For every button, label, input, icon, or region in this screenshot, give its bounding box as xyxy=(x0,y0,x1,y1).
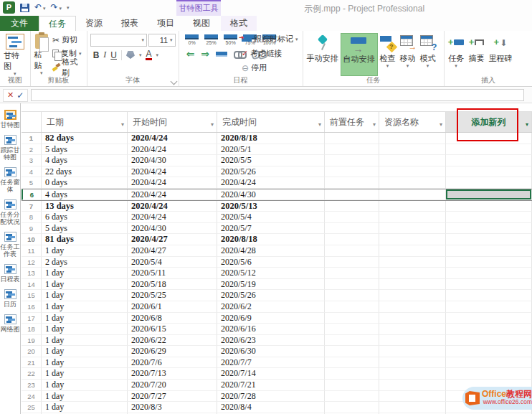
sidebar-item-4[interactable]: 任务分配状况 xyxy=(0,199,20,225)
predecessors-cell[interactable] xyxy=(325,234,379,245)
add-new-column-cell[interactable] xyxy=(446,223,532,235)
column-header-finish[interactable]: 完成时间 ▾ xyxy=(217,112,325,132)
finish-date-cell[interactable]: 2020/7/7 xyxy=(217,357,325,369)
duration-cell[interactable]: 2 days xyxy=(42,257,128,268)
insert-milestone-button[interactable]: +⬇ 里程碑 xyxy=(486,33,514,76)
predecessors-cell[interactable] xyxy=(325,357,379,369)
respect-links-button[interactable]: ✓ 考虑链接 xyxy=(240,47,300,60)
column-header-resource-names[interactable]: 资源名称 ▾ xyxy=(379,112,446,132)
start-date-cell[interactable]: 2020/4/24 xyxy=(128,212,217,223)
duration-cell[interactable]: 1 day xyxy=(42,346,128,357)
predecessors-cell[interactable] xyxy=(325,391,379,403)
predecessors-cell[interactable] xyxy=(325,133,379,144)
row-number-cell[interactable]: 14 xyxy=(22,279,42,291)
duration-cell[interactable]: 1 day xyxy=(42,268,128,279)
resource-names-cell[interactable] xyxy=(379,346,446,357)
add-new-column-cell[interactable] xyxy=(446,212,532,223)
start-date-cell[interactable]: 2020/6/22 xyxy=(128,335,217,347)
resource-names-cell[interactable] xyxy=(379,144,446,156)
bold-button[interactable]: B xyxy=(93,50,100,60)
chevron-down-icon[interactable]: ▾ xyxy=(156,53,159,57)
add-new-column-cell[interactable] xyxy=(446,166,532,178)
start-date-cell[interactable]: 2020/5/4 xyxy=(128,257,217,268)
start-date-cell[interactable]: 2020/4/30 xyxy=(128,223,217,235)
column-header-duration[interactable]: 工期 ▾ xyxy=(42,112,128,132)
resource-names-cell[interactable] xyxy=(379,257,446,268)
start-date-cell[interactable]: 2020/4/27 xyxy=(128,245,217,257)
predecessors-cell[interactable] xyxy=(325,313,379,324)
resource-names-cell[interactable] xyxy=(379,234,446,245)
resource-names-cell[interactable] xyxy=(379,223,446,235)
duration-cell[interactable]: 1 day xyxy=(42,402,128,413)
row-number-cell[interactable]: 3 xyxy=(22,155,42,166)
resource-names-cell[interactable] xyxy=(379,290,446,301)
finish-date-cell[interactable]: 2020/6/9 xyxy=(217,313,325,324)
finish-date-cell[interactable]: 2020/8/18 xyxy=(217,234,325,245)
duration-cell[interactable]: 1 day xyxy=(42,380,128,391)
finish-date-cell[interactable]: 2020/5/13 xyxy=(217,201,325,212)
resource-names-cell[interactable] xyxy=(379,155,446,166)
finish-date-cell[interactable]: 2020/5/1 xyxy=(217,144,325,156)
row-number-cell[interactable]: 2 xyxy=(22,144,42,156)
confirm-entry-icon[interactable]: ✓ xyxy=(16,90,24,100)
predecessors-cell[interactable] xyxy=(325,335,379,347)
predecessors-cell[interactable] xyxy=(325,346,379,357)
duration-cell[interactable]: 6 days xyxy=(42,212,128,223)
row-number-cell[interactable]: 25 xyxy=(22,402,42,413)
italic-button[interactable]: I xyxy=(103,50,106,60)
insert-summary-button[interactable]: + 摘要 xyxy=(466,33,486,76)
format-painter-button[interactable]: 格式刷 xyxy=(51,60,85,74)
duration-cell[interactable]: 1 day xyxy=(42,368,128,380)
tab-task[interactable]: 任务 xyxy=(39,16,76,31)
filter-dropdown-icon[interactable]: ▾ xyxy=(318,121,321,128)
sidebar-item-6[interactable]: 日程表 xyxy=(0,264,20,283)
duration-cell[interactable]: 1 day xyxy=(42,290,128,301)
predecessors-cell[interactable] xyxy=(325,380,379,391)
finish-date-cell[interactable]: 2020/4/30 xyxy=(217,189,325,200)
finish-date-cell[interactable]: 2020/5/19 xyxy=(217,279,325,291)
start-date-cell[interactable]: 2020/8/3 xyxy=(128,402,217,413)
start-date-cell[interactable]: 2020/5/18 xyxy=(128,279,217,291)
inactivate-button[interactable]: ⊖ 停用 xyxy=(240,61,300,75)
duration-cell[interactable]: 82 days xyxy=(42,133,128,144)
add-new-column-cell[interactable] xyxy=(446,290,532,301)
inspect-button[interactable]: ? 检查 ▾ xyxy=(378,33,398,76)
row-number-cell[interactable]: 12 xyxy=(22,257,42,268)
row-number-cell[interactable]: 7 xyxy=(22,201,42,212)
filter-dropdown-icon[interactable]: ▾ xyxy=(121,121,124,128)
sidebar-item-2[interactable]: 跟踪甘特图 xyxy=(0,135,20,161)
task-mode-button[interactable]: ? 模式 ▾ xyxy=(418,33,438,76)
resource-names-cell[interactable] xyxy=(379,313,446,324)
finish-date-cell[interactable]: 2020/7/14 xyxy=(217,368,325,380)
start-date-cell[interactable]: 2020/5/11 xyxy=(128,268,217,279)
auto-schedule-button[interactable]: → 自动安排 xyxy=(341,33,378,76)
cut-button[interactable]: ✂ 剪切 xyxy=(51,33,85,47)
font-color-button[interactable]: A xyxy=(146,50,151,60)
duration-cell[interactable]: 1 day xyxy=(42,313,128,324)
add-new-column-cell[interactable] xyxy=(446,189,532,200)
sidebar-item-3[interactable]: 任务窗体 xyxy=(0,167,20,193)
mark-on-track-button[interactable]: 跟踪时标记 ▾ xyxy=(240,32,300,46)
start-date-cell[interactable]: 2020/4/24 xyxy=(128,201,217,212)
predecessors-cell[interactable] xyxy=(325,177,379,189)
tab-format[interactable]: 格式 xyxy=(221,16,257,31)
duration-cell[interactable]: 1 day xyxy=(42,279,128,291)
add-new-column-cell[interactable] xyxy=(446,357,532,369)
add-new-column-cell[interactable] xyxy=(446,368,532,380)
filter-dropdown-icon[interactable]: ▾ xyxy=(373,121,376,128)
duration-cell[interactable]: 1 day xyxy=(42,245,128,257)
finish-date-cell[interactable]: 2020/5/4 xyxy=(217,212,325,223)
add-new-column-cell[interactable] xyxy=(446,133,532,144)
underline-button[interactable]: U xyxy=(110,50,117,60)
project-app-icon[interactable]: P xyxy=(3,1,15,14)
row-number-cell[interactable]: 9 xyxy=(22,223,42,235)
finish-date-cell[interactable]: 2020/8/4 xyxy=(217,402,325,413)
row-number-cell[interactable]: 4 xyxy=(22,166,42,178)
start-date-cell[interactable]: 2020/6/29 xyxy=(128,346,217,357)
paste-button[interactable]: 粘贴 ▾ xyxy=(32,33,52,76)
move-task-button[interactable]: → 移动 ▾ xyxy=(398,33,418,76)
predecessors-cell[interactable] xyxy=(325,257,379,268)
duration-cell[interactable]: 0 days xyxy=(42,177,128,189)
row-number-cell[interactable]: 13 xyxy=(22,268,42,279)
resource-names-cell[interactable] xyxy=(379,335,446,347)
